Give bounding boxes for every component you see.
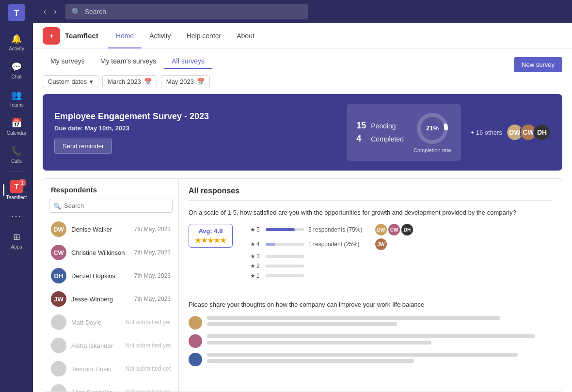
svg-text:21%: 21%	[426, 125, 439, 132]
app-nav-help[interactable]: Help center	[179, 24, 229, 48]
respondent-date: Not submitted yet	[126, 342, 171, 349]
list-item[interactable]: DW Denise Walker 7th May, 2023	[43, 218, 178, 241]
respondent-date: Not submitted yet	[126, 389, 171, 392]
sidebar-item-calls[interactable]: 📞 Calls	[3, 141, 30, 168]
list-item[interactable]: JW Jesse Winberg 7th May, 2023	[43, 287, 178, 311]
respondent-name: Denzel Hopkins	[71, 272, 115, 280]
avatar-3: DH	[533, 124, 551, 141]
chat-icon: 💬	[11, 61, 22, 73]
text-lines-2	[207, 334, 552, 347]
survey-tabs-row: My surveys My team's surveys All surveys…	[43, 54, 562, 75]
send-reminder-button[interactable]: Send reminder	[54, 139, 112, 154]
list-item[interactable]: DH Denzel Hopkins 7th May, 2023	[43, 264, 178, 287]
rating-row-2: ★ 2	[250, 263, 413, 269]
avg-value: Avg: 4.8	[198, 227, 222, 235]
respondent-avatar	[51, 338, 66, 353]
tab-my-team-surveys[interactable]: My team's surveys	[93, 54, 164, 69]
date-filters: Custom dates ▾ March 2023 📅 May 2023 📅	[43, 75, 562, 94]
search-icon: 🔍	[71, 7, 81, 16]
sidebar-item-calendar[interactable]: 📅 Calendar	[3, 113, 30, 140]
response-avatar-2	[189, 334, 202, 348]
text-response-row	[189, 334, 552, 348]
question-block-2: Please share your thoughts on how the co…	[189, 300, 552, 366]
rating-section: Avg: 4.8 ★★★★★ ★ 5 3 respond	[189, 224, 552, 287]
tab-all-surveys[interactable]: All surveys	[164, 54, 212, 69]
survey-card-left: Employee Engagement Survey - 2023 Due da…	[54, 111, 337, 154]
teams-sidebar: T 🔔 Activity 💬 Chat 👥 Teams 📅 Calendar 📞…	[0, 0, 33, 392]
respondent-avatar: DH	[51, 268, 66, 283]
respondents-header: Respondents	[43, 179, 178, 199]
rating-row-5: ★ 5 3 respondents (75%) DW CW DH	[250, 224, 413, 235]
sidebar-item-apps[interactable]: ⊞ Apps	[3, 227, 30, 253]
survey-tabs: My surveys My team's surveys All surveys	[43, 54, 212, 68]
respondent-avatar	[51, 384, 66, 392]
sidebar-item-teamflect[interactable]: T Teamflect 1	[3, 176, 30, 204]
respondents-search-area: 🔍	[43, 199, 178, 218]
list-item[interactable]: Matt Doyle Not submitted yet	[43, 311, 178, 334]
text-line	[207, 359, 414, 363]
respondent-avatar	[51, 314, 66, 330]
list-item[interactable]: Aisha Iskander Not submitted yet	[43, 334, 178, 357]
text-line	[207, 316, 500, 320]
text-lines-1	[207, 316, 552, 329]
search-input[interactable]	[85, 8, 302, 16]
list-item[interactable]: Alice Sengakis Not submitted yet	[43, 380, 178, 392]
rating-bar-bg-4	[266, 243, 304, 246]
rating-bar-bg-1	[266, 274, 304, 277]
end-date-btn[interactable]: May 2023 📅	[161, 75, 210, 88]
respondent-avatar: DW	[51, 221, 66, 237]
completed-count: 4	[356, 134, 366, 144]
app-header: + Teamflect Home Activity Help center Ab…	[33, 23, 572, 48]
app-logo-area: + Teamflect	[43, 27, 98, 45]
respondent-date: 7th May, 2023	[134, 226, 171, 233]
tab-my-surveys[interactable]: My surveys	[43, 54, 93, 69]
avg-badge: Avg: 4.8 ★★★★★	[189, 224, 233, 248]
text-lines-3	[207, 353, 552, 365]
respondents-search-input[interactable]	[49, 199, 173, 213]
top-search-bar[interactable]: 🔍	[65, 4, 308, 19]
star-label-5: ★ 5	[250, 226, 262, 233]
back-arrow[interactable]: ‹	[41, 5, 49, 18]
response-avatar-1	[189, 316, 202, 329]
sidebar-item-calls-label: Calls	[11, 158, 22, 164]
more-icon: ···	[11, 210, 22, 221]
text-line	[207, 341, 431, 345]
star-label-2: ★ 2	[250, 263, 262, 269]
sidebar-item-activity[interactable]: 🔔 Activity	[3, 29, 30, 55]
app-nav-about[interactable]: About	[229, 24, 262, 48]
respondent-avatar	[51, 361, 66, 376]
sidebar-item-chat[interactable]: 💬 Chat	[3, 57, 30, 83]
start-date-btn[interactable]: March 2023 📅	[102, 75, 157, 88]
main-area: ‹ › 🔍 + Teamflect Home Activity	[33, 0, 572, 392]
list-item[interactable]: CW Christine Wilkinson 7th May, 2023	[43, 241, 178, 264]
svg-text:+: +	[49, 32, 53, 40]
rating-bar-fill-4	[266, 243, 275, 246]
new-survey-button[interactable]: New survey	[514, 57, 562, 72]
sidebar-item-more[interactable]: ···	[3, 206, 30, 225]
completion-donut: 21%	[415, 111, 449, 145]
app-logo: +	[43, 27, 60, 45]
app-name: Teamflect	[65, 31, 98, 40]
respondents-title: Respondents	[51, 186, 97, 194]
respondent-date: 7th May, 2023	[134, 249, 171, 256]
responses-panel: All responses On a scale of 1-5, how sat…	[179, 179, 562, 392]
list-item[interactable]: Taimoor Husin Not submitted yet	[43, 357, 178, 380]
chevron-down-icon: ▾	[90, 78, 93, 85]
forward-arrow[interactable]: ›	[51, 5, 59, 18]
end-date-label: May 2023	[166, 78, 194, 85]
question-block-1: On a scale of 1-5, how satisfied are you…	[189, 208, 552, 287]
sidebar-item-teams[interactable]: 👥 Teams	[3, 85, 30, 111]
app-nav-activity[interactable]: Activity	[142, 24, 178, 48]
custom-dates-btn[interactable]: Custom dates ▾	[43, 75, 98, 88]
responses-title: All responses	[189, 187, 552, 201]
respondent-name: Alice Sengakis	[71, 389, 112, 392]
rating-bar-bg-5	[266, 228, 304, 231]
stars-row: ★★★★★	[195, 236, 226, 244]
pending-label: Pending	[371, 122, 396, 130]
app-nav-home[interactable]: Home	[108, 24, 142, 48]
response-avatar-3	[189, 353, 202, 366]
text-response-row	[189, 316, 552, 329]
stat-col: 15 Pending 4 Completed	[356, 121, 404, 144]
small-avatar: DW	[375, 224, 387, 235]
question-text-1: On a scale of 1-5, how satisfied are you…	[189, 208, 552, 217]
